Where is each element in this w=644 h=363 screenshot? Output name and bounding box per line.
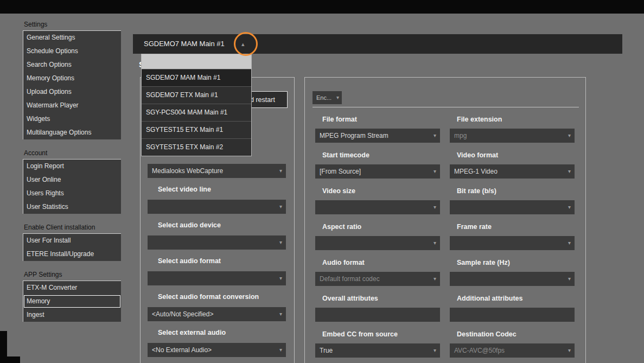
- file-extension-select[interactable]: mpg ▾: [450, 129, 575, 143]
- sidebar-item-memory[interactable]: Memory: [23, 295, 121, 308]
- audio-format-select[interactable]: Default format codec ▾: [315, 272, 440, 286]
- sidebar-item-search-options[interactable]: Search Options: [23, 58, 121, 72]
- select-audio-format-select[interactable]: ▾: [148, 271, 286, 285]
- file-extension-label: File extension: [457, 116, 575, 123]
- select-video-line-label: Select video line: [158, 186, 294, 193]
- start-timecode-value: [From Source]: [320, 168, 361, 175]
- overall-attributes-label: Overall attributes: [322, 295, 440, 302]
- sample-rate-select[interactable]: ▾: [450, 272, 575, 286]
- sidebar-item-schedule-options[interactable]: Schedule Options: [23, 44, 121, 58]
- video-format-select[interactable]: MPEG-1 Video ▾: [450, 164, 575, 179]
- select-external-audio-select[interactable]: <No External Audio> ▾: [148, 343, 286, 357]
- audio-format-label: Audio format: [322, 259, 440, 266]
- frame-rate-label: Frame rate: [457, 223, 575, 231]
- panel-divider: [313, 107, 579, 107]
- overall-attributes-input[interactable]: [315, 308, 440, 322]
- server-selector-value: SGDEMO7 MAM Main #1: [144, 34, 225, 54]
- encoder-select[interactable]: Enc... ▾: [313, 91, 342, 104]
- sidebar-item-ingest[interactable]: Ingest: [23, 308, 121, 322]
- file-extension-value: mpg: [454, 132, 467, 139]
- select-audio-device-select[interactable]: ▾: [148, 235, 286, 250]
- encoder-settings-panel: Enc... ▾ File format MPEG Program Stream…: [304, 77, 586, 363]
- server-option-sgytest15-etx-main-2[interactable]: SGYTEST15 ETX Main #2: [142, 138, 251, 156]
- caret-down-icon: ▾: [433, 200, 436, 214]
- sidebar-header-account: Account: [24, 149, 121, 157]
- file-extension-field: File extension mpg ▾: [450, 111, 575, 143]
- start-timecode-select[interactable]: [From Source] ▾: [315, 164, 440, 179]
- sidebar-item-users-rights[interactable]: Users Rights: [23, 187, 121, 200]
- sidebar-item-watermark-player[interactable]: Watermark Player: [23, 99, 121, 112]
- caret-down-icon: ▾: [279, 200, 282, 214]
- server-option-sgdemo7-mam-main-1[interactable]: SGDEMO7 MAM Main #1: [142, 69, 251, 86]
- caret-down-icon: ▾: [279, 271, 282, 285]
- select-audio-format-conversion-select[interactable]: <Auto/Not Specified> ▾: [148, 307, 286, 321]
- server-option-blank[interactable]: [142, 54, 251, 69]
- caret-down-icon: ▾: [433, 164, 436, 179]
- form-row: Video size ▾ Bit rate (b/s) ▾: [305, 183, 585, 219]
- destination-codec-label: Destination Codec: [457, 330, 575, 338]
- embed-cc-select[interactable]: True ▾: [315, 343, 440, 358]
- sidebar-item-login-report[interactable]: Login Report: [23, 160, 121, 173]
- sidebar-group-app-settings: APP Settings ETX-M Converter Memory Inge…: [23, 271, 121, 322]
- aspect-ratio-select[interactable]: ▾: [315, 236, 440, 250]
- start-timecode-label: Start timecode: [322, 151, 440, 159]
- caret-up-icon[interactable]: ▴: [241, 34, 245, 54]
- sidebar-item-widgets[interactable]: Widgets: [23, 112, 121, 126]
- server-option-sgytest15-etx-main-1[interactable]: SGYTEST15 ETX Main #1: [142, 121, 251, 138]
- video-size-field: Video size ▾: [315, 183, 440, 214]
- caret-down-icon: ▾: [279, 235, 282, 250]
- video-size-label: Video size: [322, 187, 440, 195]
- bit-rate-field: Bit rate (b/s) ▾: [450, 183, 575, 214]
- form-row: Start timecode [From Source] ▾ Video for…: [305, 147, 585, 183]
- caret-down-icon: ▾: [568, 129, 571, 143]
- bit-rate-select[interactable]: ▾: [450, 200, 575, 214]
- file-format-field: File format MPEG Program Stream ▾: [315, 111, 440, 143]
- file-format-value: MPEG Program Stream: [320, 132, 388, 139]
- sample-rate-label: Sample rate (Hz): [457, 259, 575, 266]
- select-audio-format-conversion-label: Select audio format conversion: [158, 293, 294, 301]
- sidebar-item-etx-m-converter[interactable]: ETX-M Converter: [23, 281, 121, 295]
- sidebar-item-upload-options[interactable]: Upload Options: [23, 85, 121, 99]
- select-audio-format-label: Select audio format: [158, 257, 294, 265]
- aspect-ratio-label: Aspect ratio: [322, 223, 440, 231]
- sidebar-item-multilanguage-options[interactable]: Multilanguage Options: [23, 126, 121, 139]
- select-video-line-select[interactable]: ▾: [148, 200, 286, 214]
- server-option-sgdemo7-etx-main-1[interactable]: SGDEMO7 ETX Main #1: [142, 86, 251, 104]
- file-format-label: File format: [322, 116, 440, 123]
- server-selector[interactable]: SGDEMO7 MAM Main #1 ▴: [133, 34, 622, 54]
- caret-down-icon: ▾: [433, 129, 436, 143]
- select-video-device-value: Medialooks WebCapture: [152, 167, 223, 175]
- window-edge-bottom: [0, 356, 20, 363]
- file-format-select[interactable]: MPEG Program Stream ▾: [315, 129, 440, 143]
- sidebar-header-app-settings: APP Settings: [24, 271, 121, 279]
- sidebar-item-memory-options[interactable]: Memory Options: [23, 72, 121, 85]
- sidebar-item-user-statistics[interactable]: User Statistics: [23, 200, 121, 214]
- caret-down-icon: ▾: [433, 343, 436, 358]
- overall-attributes-field: Overall attributes: [315, 290, 440, 322]
- caret-down-icon: ▾: [279, 343, 282, 357]
- additional-attributes-input[interactable]: [450, 308, 575, 322]
- bit-rate-label: Bit rate (b/s): [457, 187, 575, 195]
- destination-codec-select[interactable]: AVC-AVC@50fps ▾: [450, 343, 575, 358]
- select-audio-format-conversion-value: <Auto/Not Specified>: [152, 310, 213, 318]
- caret-down-icon: ▾: [568, 236, 571, 250]
- video-format-label: Video format: [457, 151, 575, 159]
- video-size-select[interactable]: ▾: [315, 200, 440, 214]
- select-external-audio-value: <No External Audio>: [152, 346, 212, 354]
- frame-rate-select[interactable]: ▾: [450, 236, 575, 250]
- caret-down-icon: ▾: [279, 307, 282, 321]
- sidebar-item-general-settings[interactable]: General Settings: [23, 31, 121, 44]
- sidebar-group-client-installation: Enable Client installation User For Inst…: [23, 224, 121, 261]
- sidebar-header-settings: Settings: [24, 21, 121, 29]
- aspect-ratio-field: Aspect ratio ▾: [315, 219, 440, 250]
- select-video-device-select[interactable]: Medialooks WebCapture ▾: [148, 164, 286, 178]
- sidebar-items-settings: General Settings Schedule Options Search…: [23, 30, 121, 139]
- sidebar-item-etere-install-upgrade[interactable]: ETERE Install/Upgrade: [23, 247, 121, 261]
- caret-down-icon: ▾: [568, 200, 571, 214]
- sidebar-item-user-online[interactable]: User Online: [23, 173, 121, 187]
- sidebar-item-user-for-install[interactable]: User For Install: [23, 234, 121, 247]
- video-format-field: Video format MPEG-1 Video ▾: [450, 147, 575, 179]
- sidebar-group-account: Account Login Report User Online Users R…: [23, 149, 121, 214]
- app-root: Settings General Settings Schedule Optio…: [0, 0, 644, 363]
- server-option-sgy-pcs004-mam-main-1[interactable]: SGY-PCS004 MAM Main #1: [142, 104, 251, 121]
